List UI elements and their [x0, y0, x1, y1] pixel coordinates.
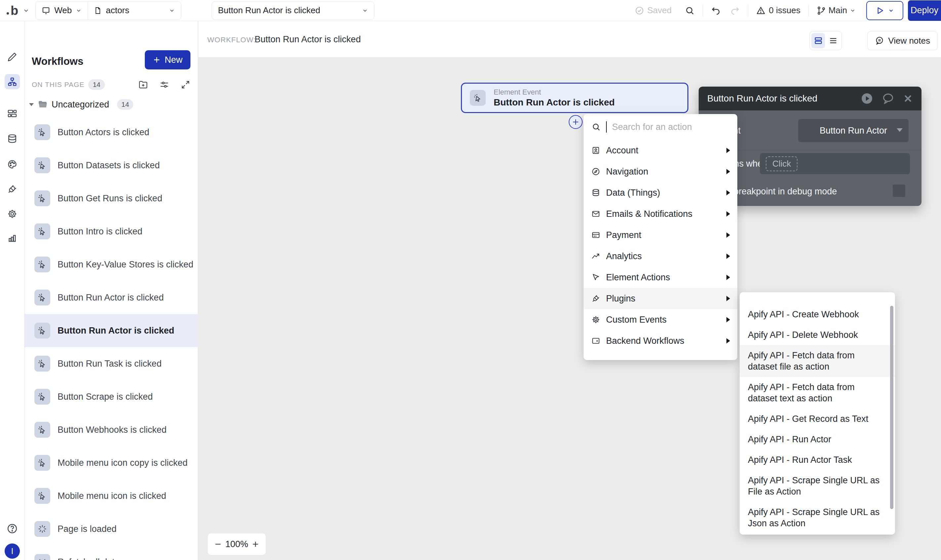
- workflow-list-item[interactable]: Button Run Actor is clicked: [25, 281, 198, 314]
- sidebar-item-settings[interactable]: [7, 209, 17, 219]
- category-label: Element Actions: [606, 272, 670, 283]
- sidebar-item-logs[interactable]: [7, 233, 17, 243]
- platform-dropdown[interactable]: Web: [36, 2, 88, 20]
- when-field[interactable]: Click: [760, 153, 910, 174]
- sidebar-item-design[interactable]: [7, 52, 17, 62]
- preview-run-button[interactable]: [866, 1, 903, 20]
- search-button[interactable]: [680, 6, 699, 15]
- workflow-item-label: Button Run Task is clicked: [57, 358, 162, 369]
- workflow-list-item[interactable]: Button Webhooks is clicked: [25, 413, 198, 446]
- workflow-list-item[interactable]: Refetch all data: [25, 545, 198, 560]
- deploy-button[interactable]: Deploy: [908, 0, 941, 21]
- sidebar-item-styles[interactable]: [7, 159, 17, 169]
- plugin-action-item[interactable]: Apify API - Scrape Single URL as File as…: [740, 470, 895, 502]
- workflow-item-label: Mobile menu icon copy is clicked: [57, 458, 188, 468]
- page-dropdown[interactable]: actors: [88, 2, 181, 20]
- category-label: Emails & Notifications: [606, 209, 692, 219]
- event-node[interactable]: Element Event Button Run Actor is clicke…: [461, 83, 688, 113]
- action-search[interactable]: Search for an action: [584, 114, 737, 140]
- action-category-custom-events[interactable]: Custom Events: [584, 309, 737, 330]
- zoom-level: 100%: [225, 539, 248, 549]
- plugin-action-item[interactable]: Apify API - Create Webhook: [740, 304, 895, 325]
- action-category-backend-workflows[interactable]: Backend Workflows: [584, 330, 737, 351]
- custom-events-icon: [592, 315, 600, 324]
- new-workflow-button[interactable]: New: [145, 50, 191, 69]
- action-category-navigation[interactable]: Navigation: [584, 161, 737, 182]
- branch-dropdown[interactable]: Main: [812, 5, 860, 15]
- workflow-item-label: Button Run Actor is clicked: [57, 292, 164, 303]
- plugin-action-item[interactable]: Apify API - Fetch data from dataset text…: [740, 377, 895, 409]
- workflow-list-item[interactable]: Button Actors is clicked: [25, 116, 198, 149]
- plugin-action-item[interactable]: Apify API - Get Record as Text: [740, 409, 895, 429]
- view-mode-toggle: [809, 31, 842, 50]
- top-bar: b Web actors Button Run Actor is clicked…: [0, 0, 941, 21]
- pencil-icon: [7, 52, 17, 62]
- action-category-payment[interactable]: Payment: [584, 225, 737, 246]
- workflow-list-item[interactable]: Button Datasets is clicked: [25, 149, 198, 182]
- action-category-analytics[interactable]: Analytics: [584, 246, 737, 267]
- workflow-list-item[interactable]: Button Run Task is clicked: [25, 347, 198, 380]
- list-view-button[interactable]: [826, 33, 840, 48]
- action-category-emails-notifications[interactable]: Emails & Notifications: [584, 203, 737, 225]
- action-category-data-things-[interactable]: Data (Things): [584, 182, 737, 203]
- card-view-button[interactable]: [811, 33, 825, 48]
- workflow-list-item[interactable]: Mobile menu icon copy is clicked: [25, 446, 198, 479]
- folder-uncategorized[interactable]: Uncategorized 14: [29, 99, 133, 110]
- bubble-logo[interactable]: b: [7, 4, 18, 17]
- expand-button[interactable]: [180, 80, 191, 89]
- chevron-down-icon: [76, 8, 81, 14]
- category-label: Backend Workflows: [606, 336, 684, 346]
- zoom-in-button[interactable]: +: [252, 539, 258, 549]
- plugin-action-item[interactable]: Apify API - Fetch data from dataset file…: [740, 345, 895, 377]
- workflow-list-item[interactable]: Mobile menu icon is clicked: [25, 479, 198, 512]
- undo-button[interactable]: [706, 6, 726, 15]
- sidebar-item-data[interactable]: [7, 134, 17, 144]
- workflow-selector-dropdown[interactable]: Button Run Actor is clicked: [212, 2, 374, 20]
- action-category-plugins[interactable]: Plugins: [584, 288, 737, 309]
- plugin-action-item[interactable]: Apify API - Scrape Single URL as Json as…: [740, 502, 895, 534]
- sidebar-item-plugins[interactable]: [7, 184, 17, 194]
- workflow-item-label: Button Key-Value Stores is clicked: [57, 260, 194, 270]
- workflow-list-item[interactable]: Button Run Actor is clicked: [25, 314, 198, 347]
- view-notes-button[interactable]: View notes: [867, 31, 938, 50]
- workflow-list-item[interactable]: Button Intro is clicked: [25, 215, 198, 248]
- click-chip[interactable]: Click: [766, 156, 798, 171]
- chevron-down-icon: [169, 8, 175, 14]
- category-label: Data (Things): [606, 188, 660, 198]
- add-action-button[interactable]: [569, 115, 583, 129]
- filter-button[interactable]: [159, 80, 169, 89]
- element-dropdown[interactable]: Button Run Actor: [798, 119, 909, 142]
- plugin-action-item[interactable]: Apify API - Run Actor Task: [740, 449, 895, 470]
- submenu-arrow-icon: [726, 169, 730, 174]
- submenu-arrow-icon: [726, 317, 730, 322]
- issues-button[interactable]: 0 issues: [752, 5, 805, 15]
- workflow-list-item[interactable]: Button Scrape is clicked: [25, 380, 198, 413]
- add-folder-button[interactable]: [138, 80, 148, 89]
- comment-icon[interactable]: [882, 92, 894, 105]
- run-event-icon[interactable]: [861, 92, 873, 105]
- action-category-element-actions[interactable]: Element Actions: [584, 267, 737, 288]
- scrollbar[interactable]: [890, 306, 893, 509]
- logo-chevron-icon[interactable]: [23, 7, 29, 14]
- plugin-action-item[interactable]: Apify API - Run Actor: [740, 429, 895, 449]
- workflow-list-item[interactable]: Button Key-Value Stores is clicked: [25, 248, 198, 281]
- breakpoint-checkbox[interactable]: [893, 185, 905, 197]
- plugin-action-item[interactable]: Run javascript: [740, 534, 895, 535]
- branch-name: Main: [829, 5, 847, 15]
- workflow-item-label: Button Datasets is clicked: [57, 160, 160, 171]
- help-button[interactable]: [7, 523, 18, 534]
- redo-button[interactable]: [726, 6, 744, 15]
- submenu-arrow-icon: [726, 211, 730, 217]
- close-icon[interactable]: [903, 94, 913, 103]
- sidebar-item-components[interactable]: [7, 108, 17, 118]
- sidebar-item-workflows[interactable]: [7, 77, 17, 87]
- action-category-account[interactable]: Account: [584, 140, 737, 161]
- user-avatar[interactable]: I: [5, 543, 20, 558]
- issues-count: 0 issues: [769, 5, 800, 15]
- sitemap-icon: [7, 77, 17, 87]
- plugin-action-item[interactable]: Apify API - Delete Webhook: [740, 325, 895, 345]
- workflow-list-item[interactable]: Page is loaded: [25, 512, 198, 545]
- workflow-item-label: Button Scrape is clicked: [57, 392, 153, 402]
- zoom-out-button[interactable]: −: [215, 539, 221, 549]
- workflow-list-item[interactable]: Button Get Runs is clicked: [25, 182, 198, 215]
